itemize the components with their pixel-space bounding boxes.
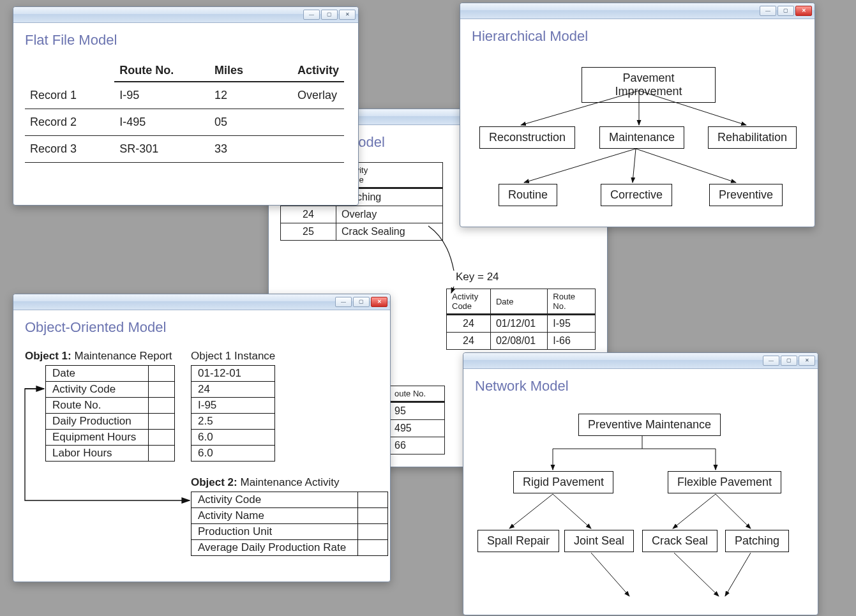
tree-node: Flexible Pavement (668, 471, 781, 493)
minimize-icon[interactable]: — (760, 6, 776, 16)
close-icon[interactable]: ✕ (795, 6, 812, 16)
tree-node: Spall Repair (477, 530, 559, 552)
table-row: Record 2I-49505 (25, 109, 344, 136)
tree-node: Reconstruction (479, 126, 575, 149)
tree-node: Crack Seal (642, 530, 717, 552)
titlebar: — ▢ ✕ (460, 3, 815, 19)
table-row: Record 1I-9512Overlay (25, 82, 344, 109)
titlebar: — ▢ ✕ (13, 294, 390, 310)
minimize-icon[interactable]: — (763, 356, 779, 366)
close-icon[interactable]: ✕ (371, 297, 387, 307)
network-window: — ▢ ✕ Network Model Preventive Maintenan… (463, 352, 818, 615)
flat-file-table: Route No. Miles Activity Record 1I-9512O… (25, 60, 344, 163)
key-label: Key = 24 (456, 271, 499, 283)
svg-line-3 (524, 149, 636, 183)
tree-node: Maintenance (599, 126, 684, 149)
titlebar: — ▢ ✕ (463, 353, 818, 369)
svg-line-12 (553, 494, 591, 529)
hierarchical-window: — ▢ ✕ Hierarchical Model Pavement Improv… (460, 3, 815, 227)
tree-node: Patching (725, 530, 789, 552)
titlebar: — ▢ ✕ (13, 7, 358, 23)
close-icon[interactable]: ✕ (339, 10, 356, 20)
flatfile-window: — ▢ ✕ Flat File Model Route No. Miles Ac… (13, 6, 359, 206)
tree-node: Corrective (601, 184, 672, 206)
window-title: Object-Oriented Model (25, 319, 379, 336)
activity-date-table: Activity Code Date Route No. 2401/12/01I… (446, 289, 596, 350)
object2-fields: Activity Code Activity Name Production U… (191, 492, 388, 556)
minimize-icon[interactable]: — (335, 297, 352, 307)
maximize-icon[interactable]: ▢ (321, 10, 338, 20)
tree-node: Preventive (709, 184, 783, 206)
svg-line-4 (633, 149, 636, 183)
svg-line-11 (509, 494, 553, 529)
window-title: Flat File Model (25, 32, 347, 49)
maximize-icon[interactable]: ▢ (781, 356, 797, 366)
tree-node: Routine (499, 184, 557, 206)
window-title: Network Model (475, 378, 806, 394)
svg-line-5 (636, 149, 736, 183)
svg-line-17 (725, 553, 751, 596)
tree-root: Preventive Maintenance (578, 414, 721, 436)
svg-line-15 (591, 553, 629, 596)
tree-node: Rigid Pavement (513, 471, 613, 493)
svg-line-14 (716, 494, 751, 529)
minimize-icon[interactable]: — (303, 10, 320, 20)
object1-fields: Date Activity Code Route No. Daily Produ… (45, 365, 175, 462)
oo-window: — ▢ ✕ Object-Oriented Model Object 1: Ma… (13, 294, 391, 582)
window-title: Hierarchical Model (472, 28, 803, 45)
tree-node: Joint Seal (564, 530, 634, 552)
svg-line-13 (673, 494, 716, 529)
object1-label: Object 1: Maintenance Report (25, 350, 172, 363)
table-row: Record 3SR-30133 (25, 136, 344, 163)
maximize-icon[interactable]: ▢ (353, 297, 370, 307)
route-table-partial: oute No. 95 495 66 (389, 386, 445, 454)
object1-values: 01-12-01 24 I-95 2.5 6.0 6.0 (191, 365, 275, 462)
close-icon[interactable]: ✕ (799, 356, 815, 366)
maximize-icon[interactable]: ▢ (777, 6, 794, 16)
tree-node: Rehabilitation (708, 126, 797, 149)
object2-label: Object 2: Maintenance Activity (191, 476, 339, 489)
object1-instance-label: Object 1 Instance (191, 350, 275, 363)
svg-line-16 (674, 553, 719, 596)
tree-root: Pavement Improvement (582, 67, 716, 103)
